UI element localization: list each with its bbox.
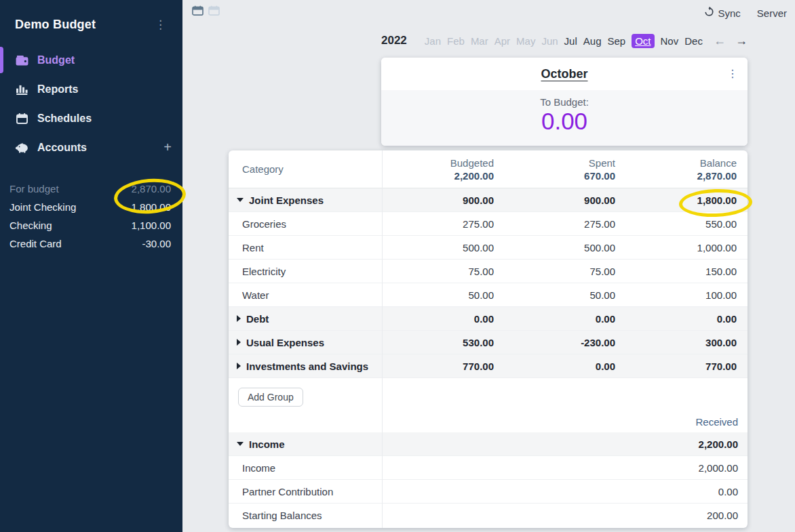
sidebar-item-label: Budget	[37, 54, 75, 66]
sidebar: Demo Budget ⋮ Budget	[0, 0, 182, 532]
month-menu-kebab-icon[interactable]: ⋮	[727, 67, 738, 80]
balance-cell[interactable]: 150.00	[625, 266, 746, 277]
month-aug[interactable]: Aug	[583, 35, 602, 47]
received-cell[interactable]: 2,200.00	[382, 438, 748, 450]
sidebar-item-label: Reports	[37, 83, 78, 96]
spent-cell[interactable]: 900.00	[503, 195, 625, 206]
main-content: Sync Server 2022 Jan Feb Mar Apr May Jun…	[182, 0, 795, 532]
group-name: Investments and Savings	[246, 361, 368, 372]
budgeted-cell[interactable]: 500.00	[382, 242, 503, 253]
category-name: Electricity	[242, 266, 286, 277]
account-row-credit-card[interactable]: Credit Card -30.00	[0, 234, 182, 253]
spent-cell[interactable]: 50.00	[503, 289, 625, 301]
spent-cell[interactable]: 0.00	[503, 313, 625, 325]
budgeted-cell[interactable]: 275.00	[382, 218, 503, 230]
category-row-rent[interactable]: Rent 500.00 500.00 1,000.00	[229, 236, 748, 260]
month-apr[interactable]: Apr	[495, 35, 510, 47]
sidebar-item-schedules[interactable]: Schedules	[0, 104, 182, 133]
sidebar-item-reports[interactable]: Reports	[0, 75, 182, 104]
account-row-for-budget[interactable]: For budget 2,870.00	[0, 180, 182, 198]
received-cell[interactable]: 2,000.00	[382, 462, 748, 474]
balance-cell[interactable]: 100.00	[625, 289, 746, 301]
budgeted-total[interactable]: 2,200.00	[382, 169, 494, 182]
category-row-partner-contribution[interactable]: Partner Contribution 0.00	[229, 480, 748, 504]
sidebar-nav: Budget Reports	[0, 45, 182, 162]
month-feb[interactable]: Feb	[447, 35, 465, 47]
balance-cell[interactable]: 0.00	[625, 313, 746, 325]
spent-cell[interactable]: 75.00	[503, 266, 625, 277]
category-row-groceries[interactable]: Groceries 275.00 275.00 550.00	[229, 212, 748, 236]
category-row-starting-balances[interactable]: Starting Balances 200.00	[229, 504, 748, 527]
received-cell[interactable]: 200.00	[382, 510, 748, 521]
balance-cell[interactable]: 300.00	[625, 337, 746, 348]
collapse-group-icon[interactable]	[237, 442, 244, 446]
expand-group-icon[interactable]	[237, 315, 241, 322]
multi-month-view-icon[interactable]	[208, 5, 220, 18]
sidebar-item-label: Schedules	[37, 112, 92, 125]
to-budget-amount[interactable]: 0.00	[381, 108, 748, 135]
server-bar: Sync Server	[704, 7, 787, 19]
account-balance: 1,100.00	[132, 219, 171, 232]
account-row-joint-checking[interactable]: Joint Checking 1,800.00	[0, 198, 182, 216]
balance-cell[interactable]: 770.00	[625, 361, 746, 372]
group-row-income[interactable]: Income 2,200.00	[229, 432, 748, 456]
next-month-arrow-icon[interactable]: →	[735, 34, 748, 48]
month-mar[interactable]: Mar	[471, 35, 488, 47]
balance-total[interactable]: 2,870.00	[625, 169, 737, 182]
spent-cell[interactable]: 0.00	[503, 361, 625, 372]
expand-group-icon[interactable]	[237, 339, 241, 346]
group-row-debt[interactable]: Debt 0.00 0.00 0.00	[229, 307, 748, 331]
spent-cell[interactable]: 275.00	[503, 218, 625, 230]
received-cell[interactable]: 0.00	[382, 486, 748, 497]
account-row-checking[interactable]: Checking 1,100.00	[0, 216, 182, 234]
sidebar-item-accounts[interactable]: Accounts +	[0, 133, 182, 162]
spent-cell[interactable]: -230.00	[503, 337, 625, 348]
one-month-view-icon[interactable]	[192, 5, 203, 18]
month-sep[interactable]: Sep	[607, 35, 625, 47]
category-row-income[interactable]: Income 2,000.00	[229, 456, 748, 480]
balance-cell-highlighted[interactable]: 1,800.00	[625, 195, 746, 206]
expand-group-icon[interactable]	[237, 363, 241, 369]
account-name: Joint Checking	[9, 201, 76, 213]
month-dec[interactable]: Dec	[684, 35, 703, 47]
category-name: Income	[242, 462, 275, 474]
sidebar-item-budget[interactable]: Budget	[0, 45, 182, 75]
spent-total[interactable]: 670.00	[503, 169, 615, 182]
balance-cell[interactable]: 1,000.00	[625, 242, 746, 253]
month-jun[interactable]: Jun	[541, 35, 558, 47]
month-jul[interactable]: Jul	[564, 35, 577, 47]
year-label: 2022	[381, 34, 407, 47]
add-group-button[interactable]: Add Group	[238, 388, 303, 407]
budgeted-cell[interactable]: 530.00	[382, 337, 503, 348]
month-nov[interactable]: Nov	[661, 35, 679, 47]
group-row-joint-expenses[interactable]: Joint Expenses 900.00 900.00 1,800.00	[229, 188, 748, 212]
budgeted-cell[interactable]: 900.00	[382, 195, 503, 206]
budgeted-cell[interactable]: 770.00	[382, 361, 503, 372]
category-row-water[interactable]: Water 50.00 50.00 100.00	[229, 283, 748, 307]
budgeted-cell[interactable]: 75.00	[382, 266, 503, 277]
category-row-electricity[interactable]: Electricity 75.00 75.00 150.00	[229, 260, 748, 283]
group-row-usual-expenses[interactable]: Usual Expenses 530.00 -230.00 300.00	[229, 331, 748, 354]
budget-file-title[interactable]: Demo Budget	[15, 18, 96, 32]
collapse-group-icon[interactable]	[237, 198, 244, 202]
sync-button[interactable]: Sync	[704, 7, 740, 19]
group-row-investments-and-savings[interactable]: Investments and Savings 770.00 0.00 770.…	[229, 354, 748, 378]
month-may[interactable]: May	[516, 35, 535, 47]
budgeted-cell[interactable]: 0.00	[382, 313, 503, 325]
month-title[interactable]: October	[541, 67, 587, 81]
add-account-plus-icon[interactable]: +	[163, 140, 172, 155]
account-balance: 2,870.00	[132, 182, 171, 195]
month-oct-selected[interactable]: Oct	[632, 34, 654, 48]
account-balance: 1,800.00	[132, 201, 171, 213]
group-name: Debt	[246, 313, 269, 325]
budget-menu-kebab-icon[interactable]: ⋮	[151, 18, 170, 32]
received-column-header: Received	[229, 408, 748, 432]
budgeted-cell[interactable]: 50.00	[382, 289, 503, 301]
spent-cell[interactable]: 500.00	[503, 242, 625, 253]
category-column-header: Category	[229, 163, 382, 175]
calendar-icon	[15, 113, 28, 124]
month-jan[interactable]: Jan	[425, 35, 441, 47]
server-button[interactable]: Server	[757, 7, 787, 19]
prev-month-arrow-icon[interactable]: ←	[714, 34, 726, 48]
balance-cell[interactable]: 550.00	[625, 218, 746, 230]
